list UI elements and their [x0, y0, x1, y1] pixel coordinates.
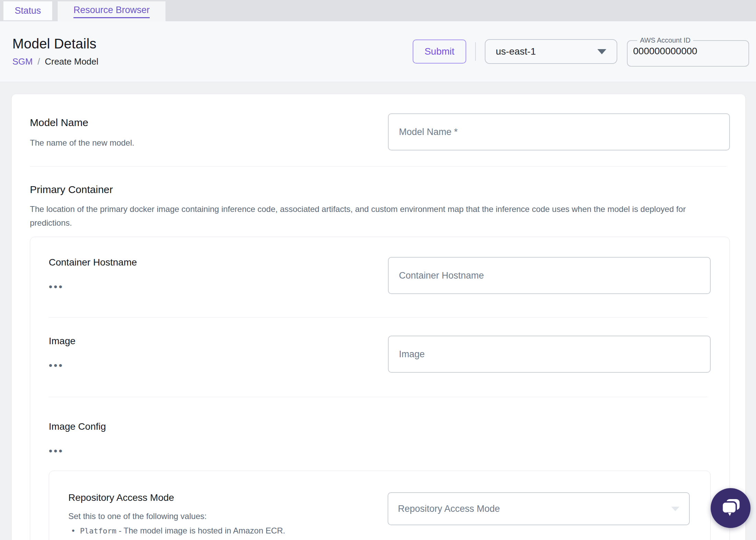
breadcrumb-separator: / [37, 56, 40, 67]
repository-access-mode-label: Repository Access Mode [68, 492, 374, 503]
field-divider [49, 397, 707, 397]
chat-button[interactable] [711, 488, 751, 528]
help-bullet-platform: Platform - The model image is hosted in … [68, 524, 374, 538]
image-ellipsis-expander[interactable]: ••• [49, 360, 69, 371]
account-id-input[interactable] [633, 46, 736, 57]
account-id-fieldset: AWS Account ID [627, 36, 749, 67]
content-area: Model Name The name of the new model. Pr… [0, 82, 756, 540]
chat-icon [719, 497, 742, 519]
help-bullet-vpc: Vpc - The model image is hosted in a pri… [68, 538, 374, 540]
tab-resource-browser[interactable]: Resource Browser [58, 1, 165, 21]
page-header: Model Details SGM / Create Model Submit … [0, 21, 756, 82]
image-label: Image [49, 336, 374, 347]
main-card: Model Name The name of the new model. Pr… [11, 94, 746, 540]
image-config-ellipsis-expander[interactable]: ••• [49, 446, 69, 456]
repository-access-mode-intro: Set this to one of the following values: [68, 511, 374, 521]
primary-container-heading: Primary Container [30, 184, 730, 195]
primary-container-card: Container Hostname ••• Image ••• Image C… [30, 237, 730, 540]
breadcrumb-root-link[interactable]: SGM [12, 56, 33, 67]
container-hostname-input[interactable] [388, 257, 711, 294]
repository-access-mode-select[interactable]: Repository Access Mode [388, 492, 690, 525]
image-config-card: Repository Access Mode Set this to one o… [49, 471, 711, 540]
model-name-label: Model Name [30, 117, 374, 128]
region-select[interactable]: us-east-1 [485, 39, 617, 64]
image-input[interactable] [388, 336, 711, 373]
tab-bar: Status Resource Browser [0, 0, 756, 21]
repository-access-mode-placeholder: Repository Access Mode [398, 504, 500, 514]
container-hostname-ellipsis-expander[interactable]: ••• [49, 282, 69, 292]
account-id-label: AWS Account ID [637, 36, 693, 44]
tab-status[interactable]: Status [3, 1, 52, 20]
breadcrumb: SGM / Create Model [12, 56, 99, 67]
container-hostname-label: Container Hostname [49, 257, 374, 268]
chevron-down-icon [597, 49, 606, 54]
submit-button[interactable]: Submit [413, 40, 466, 64]
chevron-down-icon [671, 507, 679, 511]
tab-status-label: Status [15, 5, 41, 16]
breadcrumb-current: Create Model [45, 56, 98, 67]
model-name-input[interactable] [388, 113, 730, 150]
header-divider [475, 42, 476, 61]
section-divider [30, 166, 726, 167]
model-name-description: The name of the new model. [30, 136, 374, 150]
help-text-platform: - The model image is hosted in Amazon EC… [116, 526, 285, 535]
primary-container-description: The location of the primary docker image… [30, 202, 722, 230]
region-value: us-east-1 [496, 46, 536, 57]
code-platform: Platform [80, 527, 116, 535]
repository-access-mode-help-list: Platform - The model image is hosted in … [68, 524, 374, 540]
page-title: Model Details [12, 36, 99, 52]
image-config-label: Image Config [49, 421, 711, 432]
tab-resource-browser-label: Resource Browser [73, 5, 150, 18]
